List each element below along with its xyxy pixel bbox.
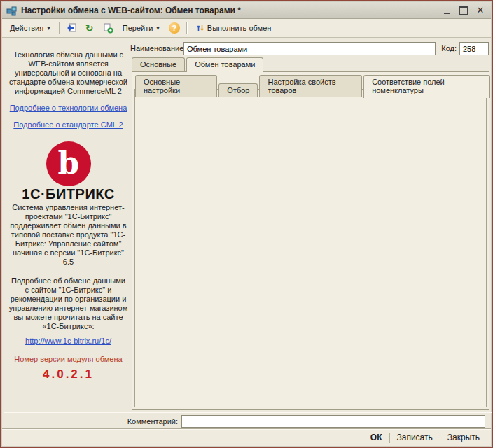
svg-text:b: b bbox=[57, 145, 79, 181]
actions-menu-label: Действия bbox=[10, 24, 43, 32]
execute-exchange-button[interactable]: Выполнить обмен bbox=[190, 20, 276, 36]
code-field-label: Код: bbox=[437, 44, 457, 52]
main-toolbar: Действия Перейти Выполн bbox=[2, 19, 491, 38]
execute-exchange-label: Выполнить обмен bbox=[207, 24, 271, 32]
bitrix-site-link[interactable]: http://www.1c-bitrix.ru/1c/ bbox=[6, 337, 131, 346]
module-version-label: Номер версии модуля обмена bbox=[6, 355, 131, 364]
subtab-goods-properties[interactable]: Настройка свойств товаров bbox=[259, 75, 362, 97]
minimize-icon[interactable] bbox=[440, 5, 453, 16]
exchange-settings-window: Настройки обмена с WEB-сайтом: Обмен тов… bbox=[0, 0, 493, 448]
ok-button[interactable]: ОК bbox=[363, 431, 389, 444]
window-icon bbox=[6, 5, 18, 16]
separator-line bbox=[4, 412, 492, 412]
subtab-field-mapping[interactable]: Соответствие полей номенклатуры bbox=[363, 75, 490, 98]
save-return-icon[interactable] bbox=[63, 20, 80, 36]
sidebar: Технология обмена данными с WEB-сайтом я… bbox=[6, 46, 131, 379]
module-version-value: 4.0.2.1 bbox=[6, 370, 131, 379]
subtab-filter[interactable]: Отбор bbox=[218, 83, 258, 97]
sidebar-about-text: Система управления интернет-проектами "1… bbox=[8, 203, 128, 267]
comment-input[interactable] bbox=[181, 415, 485, 428]
add-copy-document-icon[interactable] bbox=[99, 20, 116, 36]
name-input[interactable] bbox=[183, 42, 436, 55]
goto-menu-label: Перейти bbox=[123, 24, 153, 32]
window-title: Настройки обмена с WEB-сайтом: Обмен тов… bbox=[21, 6, 440, 15]
close-icon[interactable] bbox=[474, 5, 487, 16]
goto-menu-button[interactable]: Перейти bbox=[118, 21, 165, 35]
subtab-main-settings[interactable]: Основные настройки bbox=[135, 75, 217, 97]
bitrix-brand-text: 1С·БИТРИКС bbox=[6, 190, 131, 199]
link-exchange-technology[interactable]: Подробнее о технологии обмена bbox=[6, 104, 131, 113]
maximize-icon[interactable] bbox=[457, 5, 470, 16]
exchange-arrows-icon bbox=[195, 23, 205, 33]
toolbar-separator bbox=[186, 22, 187, 34]
help-icon[interactable] bbox=[166, 20, 183, 36]
comment-field-label: Комментарий: bbox=[120, 417, 178, 426]
write-button[interactable]: Записать bbox=[390, 431, 440, 444]
code-input[interactable] bbox=[459, 42, 489, 55]
sidebar-intro-text: Технология обмена данными с WEB-сайтом я… bbox=[8, 50, 128, 96]
name-field-label: Наименование: bbox=[130, 44, 181, 52]
refresh-icon[interactable] bbox=[81, 20, 98, 36]
tab-main-goods-exchange[interactable]: Обмен товарами bbox=[186, 57, 263, 72]
close-button[interactable]: Закрыть bbox=[440, 431, 487, 444]
footer-button-bar: ОК Записать Закрыть bbox=[2, 428, 491, 446]
bitrix-logo-icon: b bbox=[6, 140, 131, 188]
toolbar-separator bbox=[59, 22, 60, 34]
actions-menu-button[interactable]: Действия bbox=[5, 21, 55, 35]
link-cml-standard[interactable]: Подробнее о стандарте CML 2 bbox=[6, 120, 131, 130]
tab-main-general[interactable]: Основные bbox=[132, 57, 185, 71]
field-mapping-panel bbox=[134, 89, 487, 407]
sidebar-more-text: Подробнее об обмене данными с сайтом "1С… bbox=[8, 276, 128, 331]
title-bar: Настройки обмена с WEB-сайтом: Обмен тов… bbox=[2, 2, 491, 19]
